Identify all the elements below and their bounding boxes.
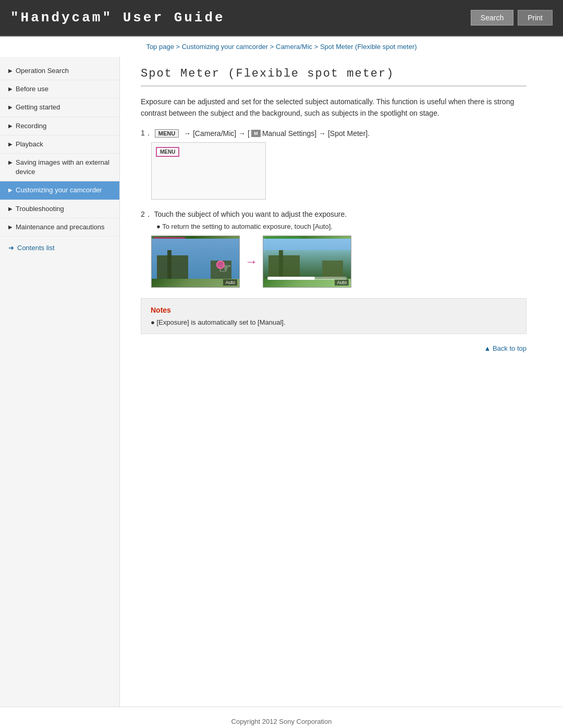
photo-after: OK Spot Meter Auto [263, 236, 351, 288]
footer: Copyright 2012 Sony Corporation [0, 707, 563, 728]
photo-after-auto: Auto [335, 279, 349, 286]
back-to-top-link[interactable]: ▲ Back to top [484, 344, 527, 352]
header: "Handycam" User Guide Search Print [0, 0, 563, 36]
intro-text: Exposure can be adjusted and set for the… [141, 96, 527, 119]
arrow-icon: ▶ [8, 224, 13, 231]
sidebar-label-playback: Playback [16, 140, 43, 149]
arrow-icon: ▶ [8, 104, 13, 111]
contents-list-label: Contents list [17, 244, 55, 252]
sidebar-label-customizing: Customizing your camcorder [16, 186, 102, 195]
arrow-right-icon: ➜ [8, 244, 14, 252]
step-2-images: × Spot Meter Auto ☞ → OK [151, 236, 527, 288]
sidebar-label-getting-started: Getting started [16, 103, 60, 112]
breadcrumb: Top page > Customizing your camcorder > … [0, 36, 563, 57]
sidebar-label-recording: Recording [16, 121, 46, 131]
sidebar-item-before-use[interactable]: ▶ Before use [0, 80, 119, 98]
print-button[interactable]: Print [518, 10, 553, 26]
arrow-icon: ▶ [8, 67, 13, 75]
step-1-text2: Manual Settings] → [Spot Meter]. [262, 129, 370, 138]
footer-copyright: Copyright 2012 Sony Corporation [231, 718, 332, 725]
notes-title: Notes [151, 306, 517, 314]
back-to-top[interactable]: ▲ Back to top [141, 339, 527, 357]
sidebar: ▶ Operation Search ▶ Before use ▶ Gettin… [0, 57, 120, 707]
sidebar-label-operation-search: Operation Search [16, 66, 69, 76]
sidebar-item-operation-search[interactable]: ▶ Operation Search [0, 62, 119, 80]
sidebar-item-playback[interactable]: ▶ Playback [0, 135, 119, 154]
sidebar-item-getting-started[interactable]: ▶ Getting started [0, 98, 119, 117]
step-1-image: MENU [151, 142, 266, 200]
breadcrumb-camera-mic[interactable]: Camera/Mic [276, 43, 312, 51]
arrow-icon: ▶ [8, 159, 13, 166]
sidebar-item-troubleshooting[interactable]: ▶ Troubleshooting [0, 200, 119, 218]
arrow-between-photos: → [245, 254, 258, 269]
step-2: 2． Touch the subject of which you want t… [141, 210, 527, 288]
notes-section: Notes [Exposure] is automatically set to… [141, 298, 527, 334]
exposure-slider [267, 277, 347, 280]
sidebar-item-recording[interactable]: ▶ Recording [0, 117, 119, 135]
sidebar-item-customizing[interactable]: ▶ Customizing your camcorder [0, 181, 119, 200]
menu-button-icon: MENU [155, 129, 179, 138]
contents-list-link[interactable]: ➜ Contents list [0, 237, 119, 256]
search-button[interactable]: Search [471, 10, 513, 26]
step-2-bullet: To return the setting to automatic expos… [156, 223, 527, 230]
app-title: "Handycam" User Guide [10, 10, 225, 26]
arrow-icon: ▶ [8, 85, 13, 93]
arrow-icon: ▶ [8, 205, 13, 213]
arrow-icon: ▶ [8, 187, 13, 194]
menu-icon-image: MENU [156, 147, 179, 157]
breadcrumb-top[interactable]: Top page [146, 43, 174, 51]
step-1-text: → [Camera/Mic] → [ [181, 129, 250, 138]
sidebar-label-before-use: Before use [16, 84, 48, 94]
sidebar-label-maintenance: Maintenance and precautions [16, 223, 105, 232]
main-layout: ▶ Operation Search ▶ Before use ▶ Gettin… [0, 57, 563, 707]
header-buttons: Search Print [471, 10, 553, 26]
breadcrumb-customizing[interactable]: Customizing your camcorder [182, 43, 268, 51]
content-area: Spot Meter (Flexible spot meter) Exposur… [120, 57, 547, 707]
manual-icon: M [251, 130, 261, 137]
sidebar-label-saving-images: Saving images with an external device [16, 158, 113, 177]
step-2-number: 2． [141, 210, 152, 218]
arrow-icon: ▶ [8, 122, 13, 130]
arrow-icon: ▶ [8, 141, 13, 148]
photo-before-auto: Auto [223, 279, 237, 286]
breadcrumb-spot-meter[interactable]: Spot Meter (Flexible spot meter) [320, 43, 417, 51]
step-1-instruction: 1． MENU → [Camera/Mic] → [ M Manual Sett… [141, 129, 527, 138]
step-1: 1． MENU → [Camera/Mic] → [ M Manual Sett… [141, 129, 527, 200]
sidebar-item-maintenance[interactable]: ▶ Maintenance and precautions [0, 218, 119, 237]
photo-before: × Spot Meter Auto ☞ [151, 236, 240, 288]
notes-item-1: [Exposure] is automatically set to [Manu… [151, 318, 517, 326]
page-title: Spot Meter (Flexible spot meter) [141, 67, 527, 87]
step-2-instruction: 2． Touch the subject of which you want t… [141, 210, 527, 219]
sidebar-label-troubleshooting: Troubleshooting [16, 204, 64, 214]
sidebar-item-saving-images[interactable]: ▶ Saving images with an external device [0, 154, 119, 181]
step-1-number: 1． [141, 129, 152, 138]
